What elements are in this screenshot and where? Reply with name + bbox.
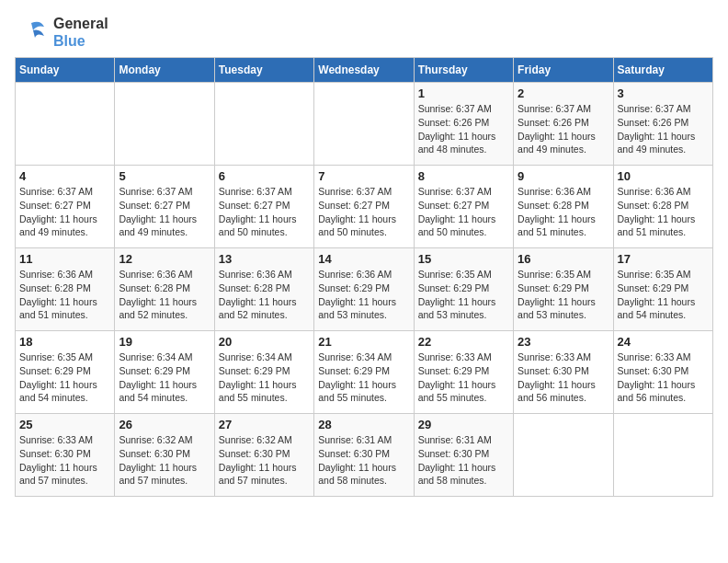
day-info: Sunrise: 6:35 AM Sunset: 6:29 PM Dayligh… [19,350,110,405]
day-info: Sunrise: 6:33 AM Sunset: 6:29 PM Dayligh… [418,350,509,405]
calendar-cell [214,83,313,166]
day-number: 10 [618,169,709,183]
day-number: 5 [119,169,210,183]
calendar-cell: 25Sunrise: 6:33 AM Sunset: 6:30 PM Dayli… [16,414,115,497]
day-info: Sunrise: 6:32 AM Sunset: 6:30 PM Dayligh… [119,433,210,488]
day-info: Sunrise: 6:34 AM Sunset: 6:29 PM Dayligh… [119,350,210,405]
day-number: 7 [318,169,409,183]
calendar-cell: 29Sunrise: 6:31 AM Sunset: 6:30 PM Dayli… [414,414,513,497]
calendar-cell: 8Sunrise: 6:37 AM Sunset: 6:27 PM Daylig… [414,166,513,248]
calendar-cell [115,83,214,166]
calendar-cell: 14Sunrise: 6:36 AM Sunset: 6:29 PM Dayli… [314,248,414,331]
day-info: Sunrise: 6:37 AM Sunset: 6:27 PM Dayligh… [19,185,110,239]
day-info: Sunrise: 6:33 AM Sunset: 6:30 PM Dayligh… [19,433,110,488]
day-info: Sunrise: 6:37 AM Sunset: 6:26 PM Dayligh… [418,102,509,156]
calendar-cell: 6Sunrise: 6:37 AM Sunset: 6:27 PM Daylig… [214,166,313,248]
day-number: 21 [318,335,409,349]
day-info: Sunrise: 6:36 AM Sunset: 6:29 PM Dayligh… [318,268,409,322]
day-number: 23 [518,335,609,349]
day-number: 1 [418,86,509,100]
calendar-cell: 13Sunrise: 6:36 AM Sunset: 6:28 PM Dayli… [214,248,313,331]
day-info: Sunrise: 6:37 AM Sunset: 6:26 PM Dayligh… [618,102,709,156]
day-number: 26 [119,418,210,431]
calendar-cell: 27Sunrise: 6:32 AM Sunset: 6:30 PM Dayli… [214,414,313,497]
calendar-week-4: 18Sunrise: 6:35 AM Sunset: 6:29 PM Dayli… [16,331,713,414]
calendar-cell: 19Sunrise: 6:34 AM Sunset: 6:29 PM Dayli… [115,331,214,414]
day-number: 3 [618,86,709,100]
calendar-cell: 9Sunrise: 6:36 AM Sunset: 6:28 PM Daylig… [514,166,613,248]
calendar-cell [514,414,613,497]
calendar-cell: 17Sunrise: 6:35 AM Sunset: 6:29 PM Dayli… [613,248,712,331]
day-info: Sunrise: 6:36 AM Sunset: 6:28 PM Dayligh… [618,185,709,239]
calendar-header-row: SundayMondayTuesdayWednesdayThursdayFrid… [16,58,713,83]
day-info: Sunrise: 6:33 AM Sunset: 6:30 PM Dayligh… [618,350,709,405]
calendar-cell [16,83,115,166]
day-info: Sunrise: 6:35 AM Sunset: 6:29 PM Dayligh… [418,268,509,322]
day-info: Sunrise: 6:34 AM Sunset: 6:29 PM Dayligh… [318,350,409,405]
calendar-table: SundayMondayTuesdayWednesdayThursdayFrid… [15,57,713,497]
day-number: 15 [418,252,509,266]
day-info: Sunrise: 6:35 AM Sunset: 6:29 PM Dayligh… [518,268,609,322]
day-info: Sunrise: 6:36 AM Sunset: 6:28 PM Dayligh… [518,185,609,239]
calendar-cell: 1Sunrise: 6:37 AM Sunset: 6:26 PM Daylig… [414,83,513,166]
calendar-cell: 28Sunrise: 6:31 AM Sunset: 6:30 PM Dayli… [314,414,414,497]
weekday-header-monday: Monday [115,58,214,83]
calendar-cell: 2Sunrise: 6:37 AM Sunset: 6:26 PM Daylig… [514,83,613,166]
calendar-cell: 21Sunrise: 6:34 AM Sunset: 6:29 PM Dayli… [314,331,414,414]
calendar-cell: 20Sunrise: 6:34 AM Sunset: 6:29 PM Dayli… [214,331,313,414]
calendar-cell: 3Sunrise: 6:37 AM Sunset: 6:26 PM Daylig… [613,83,712,166]
day-number: 28 [318,418,409,431]
day-info: Sunrise: 6:37 AM Sunset: 6:26 PM Dayligh… [518,102,609,156]
day-info: Sunrise: 6:36 AM Sunset: 6:28 PM Dayligh… [219,268,310,322]
calendar-cell: 11Sunrise: 6:36 AM Sunset: 6:28 PM Dayli… [16,248,115,331]
weekday-header-wednesday: Wednesday [314,58,414,83]
day-number: 4 [19,169,110,183]
calendar-cell: 15Sunrise: 6:35 AM Sunset: 6:29 PM Dayli… [414,248,513,331]
calendar-cell [613,414,712,497]
day-info: Sunrise: 6:32 AM Sunset: 6:30 PM Dayligh… [219,433,310,488]
day-number: 6 [219,169,310,183]
calendar-cell: 7Sunrise: 6:37 AM Sunset: 6:27 PM Daylig… [314,166,414,248]
day-info: Sunrise: 6:35 AM Sunset: 6:29 PM Dayligh… [618,268,709,322]
day-number: 25 [19,418,110,431]
weekday-header-thursday: Thursday [414,58,513,83]
day-number: 2 [518,86,609,100]
calendar-cell: 26Sunrise: 6:32 AM Sunset: 6:30 PM Dayli… [115,414,214,497]
calendar-cell: 12Sunrise: 6:36 AM Sunset: 6:28 PM Dayli… [115,248,214,331]
calendar-cell: 10Sunrise: 6:36 AM Sunset: 6:28 PM Dayli… [613,166,712,248]
logo-graphic [15,16,48,49]
day-number: 27 [219,418,310,431]
logo: General Blue [15,15,108,50]
calendar-cell: 16Sunrise: 6:35 AM Sunset: 6:29 PM Dayli… [514,248,613,331]
day-number: 12 [119,252,210,266]
day-number: 19 [119,335,210,349]
logo-text: General Blue [53,15,108,50]
day-info: Sunrise: 6:37 AM Sunset: 6:27 PM Dayligh… [318,185,409,239]
day-number: 22 [418,335,509,349]
day-info: Sunrise: 6:37 AM Sunset: 6:27 PM Dayligh… [418,185,509,239]
calendar-week-5: 25Sunrise: 6:33 AM Sunset: 6:30 PM Dayli… [16,414,713,497]
day-info: Sunrise: 6:34 AM Sunset: 6:29 PM Dayligh… [219,350,310,405]
weekday-header-saturday: Saturday [613,58,712,83]
calendar-cell [314,83,414,166]
day-number: 20 [219,335,310,349]
day-info: Sunrise: 6:31 AM Sunset: 6:30 PM Dayligh… [318,433,409,488]
calendar-cell: 24Sunrise: 6:33 AM Sunset: 6:30 PM Dayli… [613,331,712,414]
weekday-header-friday: Friday [514,58,613,83]
calendar-cell: 23Sunrise: 6:33 AM Sunset: 6:30 PM Dayli… [514,331,613,414]
weekday-header-tuesday: Tuesday [214,58,313,83]
header: General Blue [15,15,713,50]
day-number: 17 [618,252,709,266]
logo-bird-icon [15,16,48,49]
day-number: 29 [418,418,509,431]
day-info: Sunrise: 6:36 AM Sunset: 6:28 PM Dayligh… [19,268,110,322]
day-number: 24 [618,335,709,349]
day-info: Sunrise: 6:31 AM Sunset: 6:30 PM Dayligh… [418,433,509,488]
day-number: 9 [518,169,609,183]
day-number: 11 [19,252,110,266]
day-info: Sunrise: 6:37 AM Sunset: 6:27 PM Dayligh… [119,185,210,239]
day-number: 16 [518,252,609,266]
day-info: Sunrise: 6:37 AM Sunset: 6:27 PM Dayligh… [219,185,310,239]
day-number: 14 [318,252,409,266]
day-number: 8 [418,169,509,183]
